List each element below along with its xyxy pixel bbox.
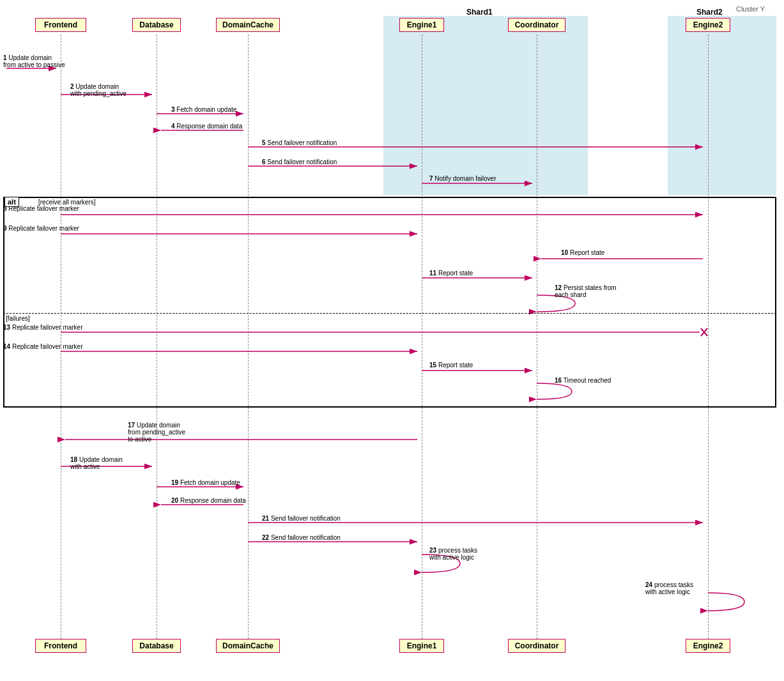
actor-domaincache-bottom: DomainCache (216, 639, 280, 653)
msg-11: 11 Report state (429, 270, 473, 277)
msg-24: 24 process taskswith active logic (645, 581, 693, 595)
actor-frontend-bottom: Frontend (35, 639, 86, 653)
msg-10: 10 Report state (561, 249, 604, 256)
msg-4: 4 Response domain data (171, 123, 242, 130)
msg-18: 18 Update domainwith active (70, 456, 123, 470)
actor-engine2-top: Engine2 (686, 18, 730, 32)
alt-label: alt (4, 197, 19, 207)
msg-6: 6 Send failover notification (262, 158, 337, 165)
msg-17: 17 Update domainfrom pending_activeto ac… (128, 422, 185, 443)
msg-14: 14 Replicate failover marker (3, 343, 83, 350)
msg-15: 15 Report state (429, 362, 473, 369)
msg-21: 21 Send failover notification (262, 515, 341, 522)
cluster-label: Cluster Y (736, 5, 765, 13)
diagram-container: Cluster Y Shard1 Shard2 Frontend Databas… (0, 0, 784, 681)
alt-divider (3, 313, 776, 314)
actor-database-bottom: Database (132, 639, 181, 653)
shard2-label: Shard2 (696, 8, 723, 17)
actor-engine2-bottom: Engine2 (686, 639, 730, 653)
actor-frontend-top: Frontend (35, 18, 86, 32)
msg-19: 19 Fetch domain update (171, 479, 240, 486)
msg-9: 9 Replicate failover marker (3, 225, 79, 232)
actor-database-top: Database (132, 18, 181, 32)
actor-coordinator-top: Coordinator (508, 18, 565, 32)
msg-23: 23 process taskswith active logic (429, 547, 477, 561)
msg-1: 1 Update domainfrom active to passive (3, 54, 65, 68)
msg-20: 20 Response domain data (171, 497, 246, 504)
failures-label: [failures] (6, 315, 30, 322)
msg-5: 5 Send failover notification (262, 139, 337, 146)
actor-engine1-bottom: Engine1 (399, 639, 444, 653)
msg-7: 7 Notify domain failover (429, 175, 496, 182)
msg-22: 22 Send failover notification (262, 534, 341, 541)
actor-coordinator-bottom: Coordinator (508, 639, 565, 653)
msg-12: 12 Persist states fromeach shard (555, 284, 617, 298)
msg-3: 3 Fetch domain update (171, 106, 236, 113)
alt-box (3, 197, 776, 408)
actor-domaincache-top: DomainCache (216, 18, 280, 32)
msg-13: 13 Replicate failover marker (3, 324, 83, 331)
alt-condition: [receive all markers] (38, 199, 95, 206)
msg-2: 2 Update domainwith pending_active (70, 83, 127, 97)
shard1-label: Shard1 (466, 8, 493, 17)
actor-engine1-top: Engine1 (399, 18, 444, 32)
msg-16: 16 Timeout reached (555, 377, 611, 384)
